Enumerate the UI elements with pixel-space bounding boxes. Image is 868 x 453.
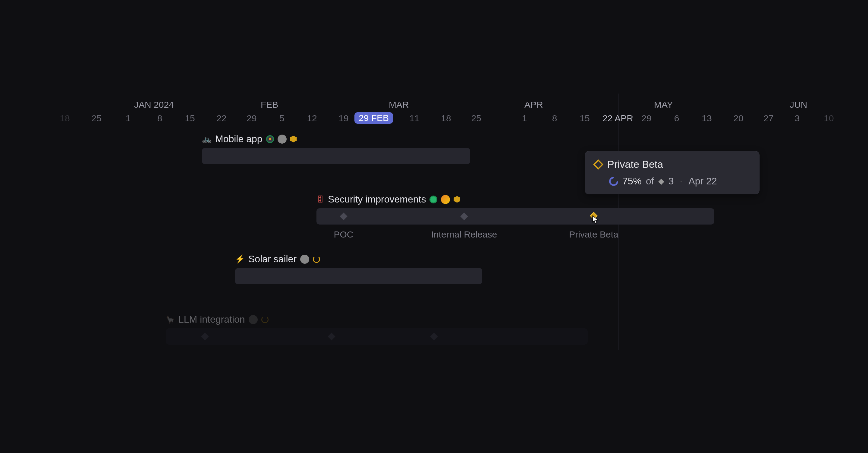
priority-icon [290, 136, 297, 142]
avatar [278, 135, 287, 144]
month-label: APR [524, 100, 543, 110]
bike-icon: 🚲 [202, 134, 212, 144]
day-label: 25 [91, 113, 101, 123]
project-bar-solar-sailer[interactable] [235, 268, 482, 284]
milestone-label: POC [334, 229, 353, 239]
day-label: 18 [60, 113, 70, 123]
tooltip-title: Private Beta [607, 159, 663, 170]
day-header: 18 25 1 8 15 22 29 5 12 19 29 FEB 11 18 … [42, 113, 850, 128]
month-label: MAY [654, 100, 673, 110]
milestone-tooltip: Private Beta 75% of ◆ 3 · Apr 22 [585, 151, 760, 194]
project-name: Mobile app [215, 133, 262, 145]
day-label: 10 [824, 113, 834, 123]
day-label: 15 [580, 113, 590, 123]
milestone-label: Internal Release [431, 229, 497, 239]
tooltip-count: 3 [669, 176, 674, 187]
day-label: 8 [157, 113, 162, 123]
day-label: 25 [471, 113, 481, 123]
status-pending-icon [261, 316, 269, 323]
project-bar-mobile-app[interactable] [202, 148, 470, 164]
today-badge[interactable]: 29 FEB [354, 112, 393, 124]
day-label: 3 [795, 113, 800, 123]
month-label: MAR [389, 100, 409, 110]
avatar [300, 255, 309, 264]
day-label: 20 [733, 113, 743, 123]
project-header-mobile-app[interactable]: 🚲 Mobile app [202, 133, 297, 145]
day-label: 11 [409, 113, 419, 123]
month-label: FEB [261, 100, 278, 110]
day-label: 1 [522, 113, 527, 123]
day-label: 29 [641, 113, 651, 123]
avatar [249, 315, 258, 324]
day-label: 6 [674, 113, 679, 123]
day-label: 5 [279, 113, 284, 123]
status-pending-icon [313, 256, 320, 263]
separator: · [680, 176, 683, 187]
day-label: 15 [185, 113, 195, 123]
lightning-icon: ⚡ [235, 254, 245, 264]
project-name: LLM integration [179, 314, 245, 325]
day-label: 27 [764, 113, 773, 123]
status-badge-green [266, 135, 274, 143]
project-name: Security improvements [328, 194, 426, 205]
diamond-icon [593, 159, 603, 170]
month-label: JAN 2024 [134, 100, 174, 110]
status-badge-green [430, 196, 437, 203]
day-label: 22 [216, 113, 226, 123]
progress-ring-icon [607, 175, 620, 188]
day-label: 29 [247, 113, 256, 123]
project-header-llm[interactable]: 🦙 LLM integration [166, 314, 269, 325]
tooltip-of-label: of [646, 176, 654, 187]
day-label: 8 [552, 113, 557, 123]
hover-date: 22 APR [602, 113, 633, 123]
security-icon: 🎛 [316, 195, 324, 204]
priority-icon [454, 196, 460, 203]
timeline: JAN 2024 FEB MAR APR MAY JUN 18 25 1 8 1… [42, 100, 850, 371]
day-label: 13 [702, 113, 712, 123]
project-header-solar-sailer[interactable]: ⚡ Solar sailer [235, 254, 320, 265]
day-label: 1 [126, 113, 131, 123]
project-header-security[interactable]: 🎛 Security improvements [316, 194, 460, 205]
project-bar-llm[interactable] [166, 328, 588, 345]
lamp-icon: 🦙 [166, 315, 175, 324]
project-name: Solar sailer [248, 254, 297, 265]
month-header: JAN 2024 FEB MAR APR MAY JUN [42, 100, 850, 113]
tooltip-percent: 75% [622, 176, 642, 187]
avatar [441, 195, 450, 204]
month-label: JUN [789, 100, 807, 110]
day-label: 18 [441, 113, 451, 123]
project-bar-security[interactable] [316, 208, 714, 225]
day-label: 19 [338, 113, 348, 123]
day-label: 12 [307, 113, 317, 123]
scope-icon: ◆ [658, 176, 664, 186]
tooltip-date: Apr 22 [688, 176, 717, 187]
milestone-label: Private Beta [569, 229, 618, 239]
